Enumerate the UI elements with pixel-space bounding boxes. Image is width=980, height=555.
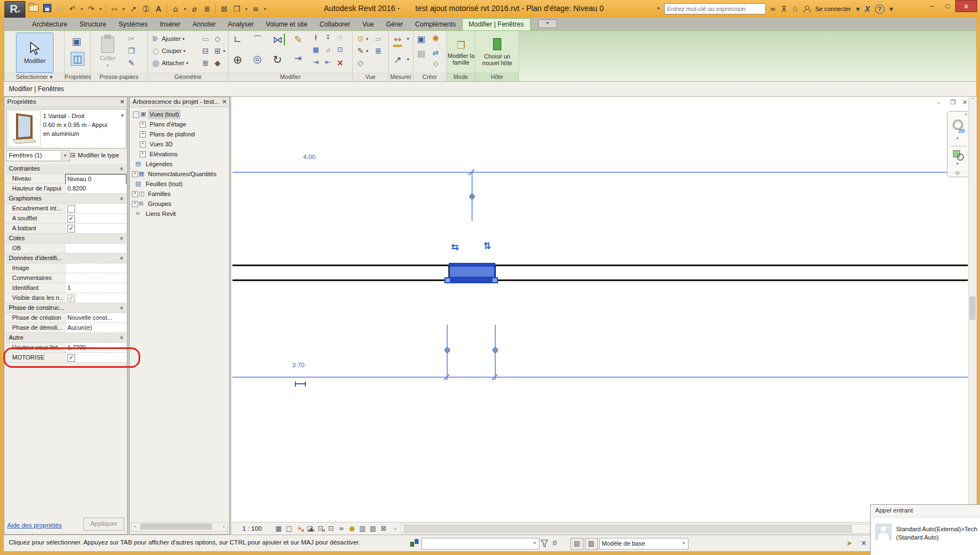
- text-icon[interactable]: A: [154, 4, 163, 13]
- section-autre[interactable]: Autre«: [6, 333, 126, 343]
- design-options-combo[interactable]: Modèle de base ▾: [599, 538, 688, 549]
- cope-button[interactable]: ⊪ Ajuster▾: [151, 34, 184, 43]
- visual-style-icon[interactable]: □: [284, 524, 294, 533]
- navbar-collapse-icon[interactable]: ⊖: [955, 170, 960, 176]
- navbar-close-icon[interactable]: ✕: [964, 112, 968, 117]
- property-row-ob[interactable]: OB: [6, 244, 126, 253]
- view-scale-button[interactable]: 1 : 100: [242, 525, 273, 532]
- hammer-icon[interactable]: ◆: [213, 59, 222, 67]
- create-parts-icon[interactable]: ✺: [431, 34, 440, 44]
- expand-icon[interactable]: +: [140, 141, 146, 147]
- view-close-icon[interactable]: ✕: [962, 99, 967, 106]
- property-row-image[interactable]: Image: [6, 263, 126, 273]
- rotate-icon[interactable]: ↻: [273, 53, 282, 66]
- cut-geometry-button[interactable]: ◌ Couper▾: [151, 46, 186, 55]
- hauteur-linteau-value[interactable]: 1.7700: [65, 343, 126, 352]
- navigation-bar[interactable]: ✕ 2D ▾ ▾ ⊖: [947, 111, 970, 177]
- tab-gerer[interactable]: Gérer: [380, 19, 409, 30]
- measure-caret2-icon[interactable]: ▾: [407, 36, 409, 41]
- demolish-icon[interactable]: ◇: [213, 34, 222, 43]
- pin-icon[interactable]: ↧: [324, 34, 332, 41]
- panel-label-creer[interactable]: Créer: [414, 73, 446, 81]
- tab-annoter[interactable]: Annoter: [187, 19, 222, 30]
- dimension-style-grip[interactable]: [295, 382, 306, 387]
- paint-icon[interactable]: ▭: [201, 34, 210, 43]
- property-row-phase-demolition[interactable]: Phase de démoli...Aucun(e): [6, 323, 126, 333]
- hide-box-icon[interactable]: ▱: [374, 34, 383, 43]
- sign-in-label[interactable]: Se connecter: [815, 6, 851, 12]
- properties-palette-icon[interactable]: ◫: [71, 52, 84, 66]
- view-minimize-icon[interactable]: –: [937, 99, 940, 106]
- panel-label-vue[interactable]: Vue: [353, 73, 388, 81]
- trim-multiple-icon[interactable]: ⇤: [324, 58, 332, 66]
- wheel-caret-icon[interactable]: ▾: [956, 136, 958, 141]
- section-cotes[interactable]: Cotes«: [6, 234, 126, 244]
- filter-clear-icon[interactable]: ✕: [861, 539, 867, 547]
- detail-level-icon[interactable]: ▦: [273, 524, 284, 533]
- scrollbar-thumb[interactable]: [140, 524, 212, 530]
- viewbar-collapse-icon[interactable]: ‹: [394, 525, 396, 532]
- section-phase-construction[interactable]: Phase de construc...«: [6, 303, 126, 313]
- tree-item-liens-revit[interactable]: ∞Liens Revit: [131, 209, 228, 219]
- panel-label-hote[interactable]: Hôte: [475, 73, 518, 81]
- select-links-icon[interactable]: ➤: [846, 539, 852, 547]
- crop-view-icon[interactable]: ⊡✕: [315, 524, 326, 533]
- section-donnees-identification[interactable]: Données d'identifi...«: [6, 253, 126, 263]
- unjoin-icon[interactable]: ⊞: [213, 46, 222, 55]
- minimize-button[interactable]: –: [924, 0, 940, 12]
- offset-icon[interactable]: ⌒: [253, 34, 263, 47]
- panel-label-mode[interactable]: Mode: [447, 73, 475, 81]
- underlay-icon[interactable]: ≣: [374, 46, 383, 55]
- browser-horizontal-scrollbar[interactable]: ‹ ‹: [131, 522, 228, 532]
- pick-new-host-button[interactable]: Choisir un nouvel hôte: [476, 32, 518, 72]
- wall-joins-icon[interactable]: ≣: [201, 59, 210, 67]
- dimension-value-bottom[interactable]: 3.70: [292, 362, 304, 368]
- panel-label-presse-papiers[interactable]: Presse-papiers: [91, 73, 147, 81]
- tab-systemes[interactable]: Systèmes: [113, 19, 154, 30]
- tree-item-vues-3d[interactable]: +Vues 3D: [131, 139, 228, 149]
- hauteur-appui-value[interactable]: 0.8200: [65, 184, 126, 193]
- tree-item-groupes[interactable]: +⊞Groupes: [131, 199, 228, 209]
- search-input[interactable]: [665, 4, 765, 14]
- witness-grip[interactable]: [469, 194, 475, 199]
- tab-complements[interactable]: Compléments: [409, 19, 462, 30]
- brush-caret-icon[interactable]: ▾: [366, 49, 368, 54]
- search-icon[interactable]: ∞: [770, 4, 776, 13]
- selected-window-element[interactable]: [449, 263, 495, 278]
- subscription-center-icon[interactable]: ⊼: [781, 4, 787, 13]
- close-hidden-windows-icon[interactable]: ⊠: [220, 4, 229, 13]
- undo-caret-icon[interactable]: ▾: [81, 7, 83, 12]
- soufflet-checkbox[interactable]: ✓: [67, 215, 75, 223]
- property-row-motorise[interactable]: MOTORISE✓: [6, 353, 126, 363]
- close-button[interactable]: ✕: [955, 0, 977, 12]
- cut-icon[interactable]: ✂: [127, 34, 136, 43]
- panel-label-proprietes[interactable]: Propriétés: [65, 73, 90, 81]
- edit-type-button[interactable]: ⊞ Modifier le type: [70, 150, 126, 160]
- view3d-caret-icon[interactable]: ▾: [184, 7, 186, 12]
- panel-label-modifier[interactable]: Modifier: [229, 73, 352, 81]
- tab-volume-et-site[interactable]: Volume et site: [259, 19, 313, 30]
- zoom-caret-icon[interactable]: ▾: [956, 161, 958, 166]
- array-icon[interactable]: ▦: [311, 46, 320, 54]
- property-row-hauteur-linteau[interactable]: Hauteur sous lint...1.7700: [6, 343, 126, 353]
- temporary-view-properties-icon[interactable]: ▥: [357, 524, 368, 533]
- expand-icon[interactable]: +: [132, 171, 138, 177]
- dimension-line-top[interactable]: [232, 172, 968, 173]
- mirror-draw-axis-icon[interactable]: ✎: [294, 34, 303, 45]
- displace-elements-icon[interactable]: ▨: [368, 524, 378, 533]
- measure-icon[interactable]: ↔: [110, 4, 119, 13]
- copy-element-icon[interactable]: ◎: [253, 53, 262, 65]
- edit-family-button[interactable]: ❐ Modifier la famille: [447, 32, 475, 72]
- undo-icon[interactable]: ↶: [68, 4, 77, 13]
- trim-single-icon[interactable]: ⇥: [311, 58, 320, 66]
- unpin-icon[interactable]: ⊹: [336, 34, 345, 41]
- property-row-visible[interactable]: Visible dans les n...✓: [6, 293, 126, 303]
- delete-icon[interactable]: ×: [336, 58, 345, 68]
- property-row-encadrement[interactable]: Encadrement int...: [6, 204, 126, 214]
- scroll-up-icon[interactable]: ˄: [969, 98, 977, 103]
- wall-line[interactable]: [498, 279, 968, 281]
- bulb-caret-icon[interactable]: ▾: [366, 36, 368, 41]
- linework-brush-icon[interactable]: ✎: [356, 46, 365, 55]
- show-crop-region-icon[interactable]: ⊡: [326, 524, 336, 533]
- beam-joins-icon[interactable]: ⊟: [201, 46, 210, 55]
